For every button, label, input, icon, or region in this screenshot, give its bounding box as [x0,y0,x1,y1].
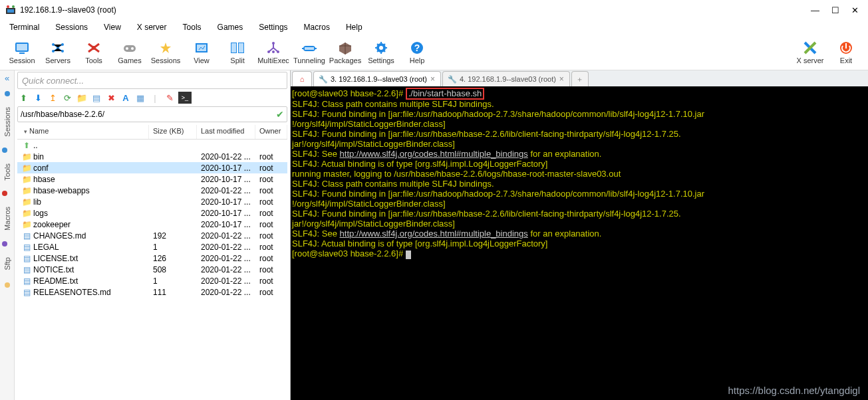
rail-dot [5,282,10,288]
rail-dot [2,191,7,196]
file-row[interactable]: 📁conf2020-10-17 ...root [17,162,287,173]
download-icon[interactable]: ⬇ [32,92,44,104]
view-button[interactable]: View [184,37,219,68]
file-name: RELEASENOTES.md [33,288,111,297]
svg-rect-13 [124,45,136,52]
file-size: 111 [149,288,197,297]
file-row[interactable]: 📁logs2020-10-17 ...root [17,207,287,219]
menu-view[interactable]: View [96,21,129,34]
rail-collapse-icon[interactable]: « [5,73,9,83]
file-row[interactable]: 📁lib2020-10-17 ...root [17,196,287,207]
packages-button[interactable]: Packages [327,37,363,68]
file-owner: root [255,276,287,286]
tunneling-button[interactable]: Tunneling [291,37,327,68]
new-tab-button[interactable]: ＋ [571,71,589,86]
menu-macros[interactable]: Macros [296,21,338,34]
split-button[interactable]: Split [219,37,255,68]
menu-games[interactable]: Games [210,21,251,34]
chmod-icon[interactable]: ✎ [164,92,176,104]
minimize-button[interactable]: — [811,5,819,15]
terminal-tab-active[interactable]: 🔧 3. 192.168.1.9--slave03 (root) × [313,71,441,86]
file-name: hbase [33,175,55,184]
file-row[interactable]: 📁hbase-webapps2020-01-22 ...root [17,185,287,196]
svg-point-24 [272,50,275,53]
view-icon [193,41,210,55]
file-name: bin [33,152,44,161]
go-up-icon[interactable]: ↥ [47,92,59,104]
rail-tab-tools[interactable]: Tools [2,157,13,187]
rail-tab-macros[interactable]: Macros [2,200,13,237]
menu-sessions[interactable]: Sessions [47,21,96,34]
file-row[interactable]: ▤LEGAL12020-01-22 ...root [17,241,287,252]
rail-tab-sftp[interactable]: Sftp [2,250,13,277]
new-file-icon[interactable]: ▤ [90,92,102,104]
multiexec-button[interactable]: MultiExec [255,37,291,68]
rail-tab-sessions[interactable]: Sessions [2,100,13,144]
file-row[interactable]: ▤NOTICE.txt5082020-01-22 ...root [17,264,287,275]
tools-button[interactable]: Tools [76,37,112,68]
home-tab[interactable]: ⌂ [292,71,312,86]
file-row[interactable]: ▤LICENSE.txt1262020-01-22 ...root [17,252,287,264]
file-owner: root [255,231,287,241]
file-owner: root [255,265,287,274]
terminal-output[interactable]: [root@slave03 hbase-2.2.6]# ./bin/start-… [291,86,868,400]
menu-help[interactable]: Help [338,21,370,34]
file-modified: 2020-10-17 ... [197,197,255,207]
maximize-button[interactable]: ☐ [831,5,839,15]
plus-icon: ＋ [576,74,583,84]
left-rail: « SessionsToolsMacrosSftp [0,70,15,400]
tab-close-icon[interactable]: × [430,74,435,84]
file-name: NOTICE.txt [33,265,74,274]
session-button[interactable]: Session [4,37,40,68]
terminal-tab-inactive[interactable]: 🔧 4. 192.168.1.9--slave03 (root) × [442,71,570,86]
close-button[interactable]: ✕ [851,5,859,15]
file-owner: root [255,197,287,207]
file-size: 1 [149,243,197,252]
file-row[interactable]: 📁zookeeper2020-10-17 ...root [17,219,287,230]
path-input[interactable]: /usr/hbase/hbase-2.2.6/ ✔ [17,106,287,122]
col-mod[interactable]: Last modified [197,125,255,139]
file-owner: root [255,288,287,297]
menu-x-server[interactable]: X server [129,21,175,34]
delete-icon[interactable]: ✖ [105,92,117,104]
settings-icon [372,41,390,55]
svg-rect-20 [231,43,236,52]
file-modified: 2020-01-22 ... [197,254,255,263]
upload-icon[interactable]: ⬆ [17,92,29,104]
edit-icon[interactable]: ▦ [134,92,146,104]
col-size[interactable]: Size (KB) [149,125,197,139]
new-folder-icon[interactable]: 📁 [76,92,88,104]
refresh-icon[interactable]: ⟳ [61,92,73,104]
rename-icon[interactable]: A [120,92,132,104]
folder-icon: 📁 [21,186,32,195]
right-panel: ⌂ 🔧 3. 192.168.1.9--slave03 (root) × 🔧 4… [291,70,868,400]
svg-rect-6 [19,52,25,54]
games-button[interactable]: Games [112,37,148,68]
file-owner: root [255,152,287,161]
file-owner: root [255,220,287,229]
sessions-button[interactable]: Sessions [148,37,184,68]
menu-settings[interactable]: Settings [251,21,295,34]
help-button[interactable]: ?Help [399,37,435,68]
file-row[interactable]: ▤CHANGES.md1922020-01-22 ...root [17,230,287,241]
col-owner[interactable]: Owner [255,125,287,139]
menu-terminal[interactable]: Terminal [1,21,47,34]
file-row[interactable]: ▤RELEASENOTES.md1112020-01-22 ...root [17,286,287,298]
watermark: https://blog.csdn.net/ytangdigl [728,385,860,396]
file-row[interactable]: 📁hbase2020-10-17 ...root [17,173,287,185]
servers-button[interactable]: Servers [40,37,76,68]
terminal-icon[interactable]: >_ [178,92,192,104]
file-row[interactable]: ⬆.. [17,140,287,151]
col-name[interactable]: ▾ Name [17,125,149,139]
xserver-button[interactable]: X server [792,37,828,68]
settings-button[interactable]: Settings [363,37,399,68]
quick-connect-input[interactable]: Quick connect... [17,72,287,89]
sftp-panel: Quick connect... ⬆ ⬇ ↥ ⟳ 📁 ▤ ✖ A ▦ | ✎ >… [15,70,291,400]
menu-tools[interactable]: Tools [175,21,210,34]
file-name: LEGAL [33,243,59,252]
exit-button[interactable]: Exit [828,37,864,68]
file-row[interactable]: ▤README.txt12020-01-22 ...root [17,275,287,286]
main-toolbar: SessionServersToolsGamesSessionsViewSpli… [0,35,868,70]
tab-close-icon[interactable]: × [559,74,564,84]
file-row[interactable]: 📁bin2020-01-22 ...root [17,151,287,162]
